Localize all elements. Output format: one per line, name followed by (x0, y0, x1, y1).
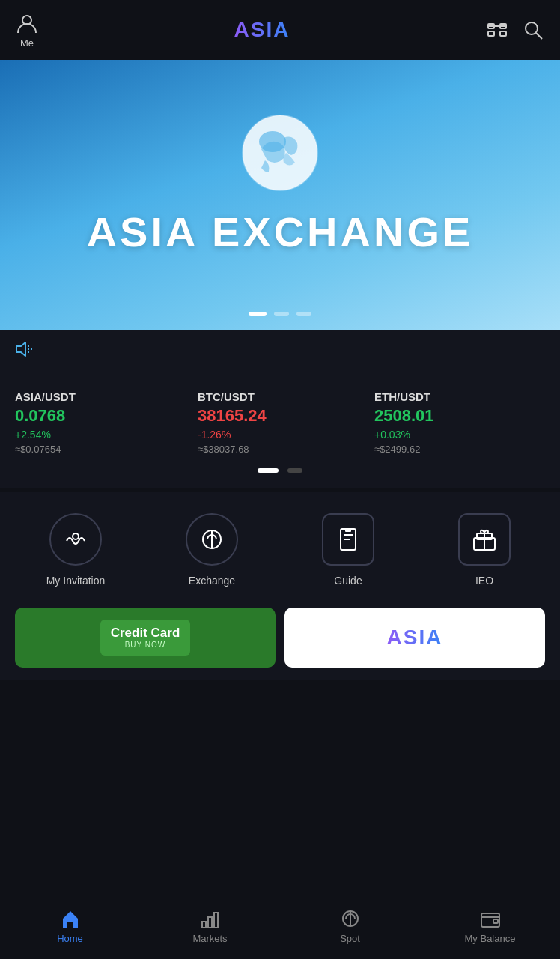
markets-label: Markets (192, 933, 227, 944)
ticker-pair-1: ASIA/USDT (15, 390, 186, 403)
bottom-nav-balance[interactable]: My Balance (460, 908, 520, 944)
wave-icon (62, 526, 89, 553)
markets-icon (200, 908, 221, 929)
ticker-price-1: 0.0768 (15, 406, 186, 426)
spot-label: Spot (340, 933, 360, 944)
ticker-usd-1: ≈$0.07654 (15, 444, 186, 455)
bottom-nav: Home Markets Spot My Balance (0, 892, 560, 959)
svg-rect-32 (493, 919, 498, 923)
ticker-section: ASIA/USDT 0.0768 +2.54% ≈$0.07654 BTC/US… (0, 372, 560, 488)
search-icon[interactable] (521, 18, 545, 42)
banner-dot-1[interactable] (249, 312, 267, 316)
spot-icon (340, 908, 361, 929)
ticker-grid: ASIA/USDT 0.0768 +2.54% ≈$0.07654 BTC/US… (15, 390, 545, 455)
bottom-nav-spot[interactable]: Spot (320, 908, 380, 944)
credit-card-subtitle: BUY NOW (125, 641, 166, 650)
ticker-item-eth[interactable]: ETH/USDT 2508.01 +0.03% ≈$2499.62 (368, 390, 545, 455)
banner-dot-2[interactable] (274, 312, 289, 316)
app-logo: ASIA (234, 18, 290, 42)
menu-section: My Invitation Exchange (0, 492, 560, 680)
svg-point-6 (526, 22, 538, 34)
menu-label-guide: Guide (334, 575, 362, 587)
svg-point-15 (73, 533, 79, 539)
svg-rect-4 (500, 31, 506, 36)
wallet-icon (480, 908, 501, 929)
exchange-icon (198, 526, 225, 553)
svg-line-7 (536, 33, 542, 39)
ticker-price-2: 38165.24 (198, 406, 362, 426)
exchange-icon-container (186, 513, 238, 566)
announcement-bar (0, 330, 560, 372)
svg-rect-22 (345, 529, 351, 532)
ticker-usd-2: ≈$38037.68 (198, 444, 362, 455)
gift-icon (471, 526, 498, 553)
ticker-change-2: -1.26% (198, 429, 362, 441)
ticker-price-3: 2508.01 (374, 406, 539, 426)
menu-label-ieo: IEO (475, 575, 493, 587)
ticker-dot-2[interactable] (287, 468, 302, 473)
svg-rect-26 (202, 922, 206, 928)
ticker-change-3: +0.03% (374, 429, 539, 441)
speaker-icon (15, 341, 34, 362)
ticker-pagination (15, 468, 545, 473)
banner-title: ASIA EXCHANGE (87, 208, 474, 256)
ticker-pair-2: BTC/USDT (198, 390, 362, 403)
home-icon (60, 908, 81, 929)
ticker-item-asia[interactable]: ASIA/USDT 0.0768 +2.54% ≈$0.07654 (15, 390, 192, 455)
banner-dot-3[interactable] (296, 312, 311, 316)
ticker-usd-3: ≈$2499.62 (374, 444, 539, 455)
menu-item-guide[interactable]: Guide (280, 513, 416, 587)
credit-card-inner: Credit Card BUY NOW (100, 620, 191, 656)
menu-item-exchange[interactable]: Exchange (144, 513, 280, 587)
svg-rect-28 (214, 913, 218, 928)
bottom-nav-markets[interactable]: Markets (180, 908, 240, 944)
promo-grid: Credit Card BUY NOW ASIA (7, 608, 553, 668)
promo-credit-card[interactable]: Credit Card BUY NOW (15, 608, 276, 668)
asia-card-logo: ASIA (387, 626, 443, 650)
ticker-item-btc[interactable]: BTC/USDT 38165.24 -1.26% ≈$38037.68 (192, 390, 368, 455)
me-label: Me (20, 37, 34, 49)
guide-icon (335, 526, 362, 553)
menu-label-exchange: Exchange (189, 575, 235, 587)
svg-rect-3 (488, 31, 494, 36)
promo-asia-card[interactable]: ASIA (284, 608, 545, 668)
ticker-change-1: +2.54% (15, 429, 186, 441)
banner-pagination (249, 312, 311, 316)
scan-icon[interactable] (485, 18, 509, 42)
top-nav: Me ASIA (0, 0, 560, 60)
credit-card-title: Credit Card (111, 626, 180, 641)
balance-label: My Balance (465, 933, 516, 944)
ticker-dot-1[interactable] (258, 468, 279, 473)
menu-item-ieo[interactable]: IEO (416, 513, 553, 587)
invitation-icon-container (49, 513, 102, 566)
banner: ASIA EXCHANGE (0, 60, 560, 330)
me-button[interactable]: Me (15, 12, 39, 49)
svg-rect-27 (208, 917, 212, 928)
nav-icons (485, 18, 545, 42)
globe-icon (239, 112, 321, 194)
ieo-icon-container (458, 513, 511, 566)
user-icon (15, 12, 39, 36)
ticker-pair-3: ETH/USDT (374, 390, 539, 403)
guide-icon-container (322, 513, 374, 566)
menu-grid: My Invitation Exchange (7, 513, 553, 587)
svg-marker-11 (16, 342, 25, 356)
bottom-nav-home[interactable]: Home (40, 908, 100, 944)
home-label: Home (57, 933, 83, 944)
menu-label-invitation: My Invitation (46, 575, 106, 587)
menu-item-invitation[interactable]: My Invitation (7, 513, 144, 587)
